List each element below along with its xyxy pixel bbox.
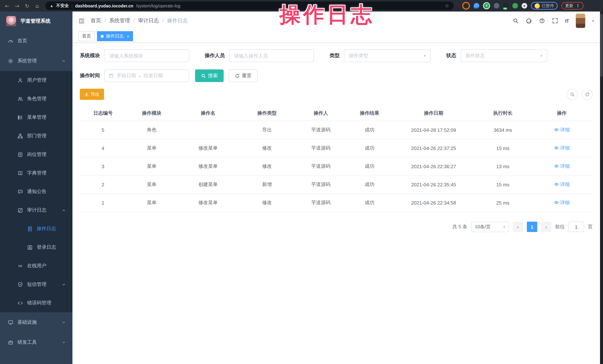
breadcrumb-audit[interactable]: 审计日志	[133, 17, 159, 24]
date-range-picker[interactable]: 开始日期 - 结束日期	[104, 69, 189, 82]
type-select[interactable]: 操作类型 ▾	[344, 49, 431, 62]
tag-label: 首页	[82, 33, 91, 39]
reload-icon[interactable]: ↻	[24, 3, 30, 9]
puzzle-extensions-icon[interactable]: ◆	[522, 3, 527, 9]
cell-operator: 芋道源码	[295, 163, 347, 170]
forward-icon[interactable]: →	[14, 3, 20, 9]
next-page-button[interactable]: ›	[541, 222, 551, 232]
address-bar[interactable]: ▲ 不安全 | dashboard.yudao.iocoder.cn /syst…	[45, 1, 454, 10]
code-icon	[17, 300, 23, 306]
cell-result: 成功	[347, 163, 393, 170]
sidebar-item-posts[interactable]: 岗位管理	[0, 145, 72, 164]
sidebar-item-sms[interactable]: 短信管理	[0, 275, 72, 294]
url-path: /system/log/operate-log	[136, 3, 180, 8]
table-body: 5 角色 导出 芋道源码 成功 2021-04-28 17:52:09 3634…	[80, 121, 592, 212]
sidebar-item-home[interactable]: 首页	[0, 31, 72, 51]
search-icon[interactable]	[512, 18, 519, 24]
cell-type: 导出	[239, 127, 295, 133]
font-size-icon[interactable]: tT	[565, 18, 569, 23]
detail-link[interactable]: 详细	[554, 127, 570, 133]
sidebar-item-menus[interactable]: 菜单管理	[0, 108, 72, 127]
profile-paused-chip[interactable]: 已暂停	[531, 2, 558, 10]
sidebar-item-operate-log[interactable]: 操作日志	[0, 220, 72, 238]
tag-home[interactable]: 首页	[78, 31, 95, 41]
column-header: 操作人	[295, 110, 347, 117]
tag-operate-log[interactable]: 操作日志 ×	[97, 31, 133, 41]
extension-icon[interactable]: V	[483, 2, 490, 9]
cell-duration: 25 ms	[475, 200, 531, 206]
table-header-row: 日志编号 操作模块 操作名 操作类型 操作人 操作结果 操作日期 执行时长 操作	[80, 106, 592, 121]
page-scrollbar[interactable]	[600, 11, 603, 364]
update-label: 更新	[565, 3, 573, 9]
sidebar-item-online-users[interactable]: 在线用户	[0, 256, 72, 275]
extension-icon[interactable]	[474, 3, 479, 9]
monitor-icon	[8, 320, 13, 325]
detail-link[interactable]: 详细	[554, 145, 570, 152]
type-placeholder: 操作类型	[349, 52, 424, 59]
cell-result: 成功	[347, 199, 393, 206]
fullscreen-icon[interactable]	[552, 18, 558, 24]
sidebar-item-system[interactable]: 系统管理	[0, 51, 72, 71]
sidebar-item-error-codes[interactable]: 错误码管理	[0, 294, 72, 312]
sidebar-item-departments[interactable]: 部门管理	[0, 127, 72, 145]
operator-input[interactable]	[229, 49, 314, 62]
github-icon[interactable]	[525, 18, 532, 24]
refresh-table-button[interactable]	[581, 89, 592, 100]
export-button[interactable]: 导出	[80, 89, 104, 100]
current-page-button[interactable]: 1	[527, 222, 537, 232]
search-button[interactable]: 搜索	[195, 69, 224, 82]
sidebar-item-login-log[interactable]: 登录日志	[0, 238, 72, 256]
cell-log-id: 1	[80, 200, 126, 206]
menu-list-icon	[17, 114, 23, 120]
status-select[interactable]: 操作状态 ▾	[461, 49, 547, 62]
extension-icon[interactable]	[462, 2, 470, 10]
detail-link[interactable]: 详细	[554, 199, 570, 206]
browser-menu-icon[interactable]: ⋮	[576, 3, 580, 8]
eye-icon	[554, 146, 559, 151]
extension-icon[interactable]: on	[503, 3, 509, 9]
sidebar-item-label: 基础设施	[17, 319, 37, 326]
reset-button[interactable]: 重置	[229, 69, 257, 82]
update-button[interactable]: 更新 ⋮	[561, 2, 584, 10]
back-icon[interactable]: ←	[4, 3, 11, 9]
cell-type: 修改	[239, 199, 295, 206]
app-window: 操作日志 ← → ↻ ⌂ ▲ 不安全 | dashboard.yudao.ioc…	[0, 0, 603, 364]
home-icon[interactable]: ⌂	[34, 3, 40, 9]
caret-down-icon[interactable]: ▾	[592, 19, 594, 23]
goto-page-input[interactable]	[568, 222, 584, 232]
sidebar-item-dev-tools[interactable]: 研发工具	[0, 332, 72, 352]
extensions-row: V on ◆ 已暂停 更新 ⋮	[462, 2, 584, 10]
breadcrumb-system[interactable]: 系统管理	[104, 17, 130, 24]
column-header: 操作类型	[239, 110, 295, 117]
module-input[interactable]	[104, 49, 189, 62]
toggle-search-button[interactable]	[567, 89, 578, 100]
sidebar-item-audit-log[interactable]: 审计日志	[0, 201, 72, 220]
user-avatar[interactable]	[576, 14, 585, 28]
module-label: 系统模块	[80, 52, 100, 59]
table-toolbar: 导出	[80, 89, 592, 100]
sidebar-item-users[interactable]: 用户管理	[0, 71, 72, 89]
cell-type: 新增	[239, 181, 295, 188]
extension-icon[interactable]	[494, 3, 499, 9]
dashboard-icon	[8, 38, 13, 44]
scrollbar-thumb[interactable]	[600, 14, 603, 77]
chevron-down-icon	[62, 282, 66, 287]
sidebar-item-notice[interactable]: 通知公告	[0, 182, 72, 201]
bookmark-star-icon[interactable]: ☆	[445, 3, 449, 9]
cell-log-id: 3	[80, 164, 126, 169]
extension-icon[interactable]	[512, 3, 518, 9]
app-logo[interactable]: 芋道管理系统	[0, 11, 72, 31]
help-icon[interactable]	[539, 18, 545, 24]
security-label[interactable]: 不安全	[56, 3, 69, 9]
page-size-select[interactable]: 10条/页 ▾	[471, 222, 509, 232]
breadcrumb-home[interactable]: 首页	[91, 17, 101, 24]
cell-name: 创建菜单	[177, 181, 239, 188]
sidebar-item-roles[interactable]: 角色管理	[0, 89, 72, 108]
prev-page-button[interactable]: ‹	[513, 222, 523, 232]
sidebar-item-dict[interactable]: 字典管理	[0, 164, 72, 182]
close-icon[interactable]: ×	[127, 33, 129, 39]
hamburger-icon[interactable]	[78, 18, 85, 24]
detail-link[interactable]: 详细	[554, 163, 570, 170]
sidebar-item-infrastructure[interactable]: 基础设施	[0, 312, 72, 332]
detail-link[interactable]: 详细	[554, 181, 570, 188]
